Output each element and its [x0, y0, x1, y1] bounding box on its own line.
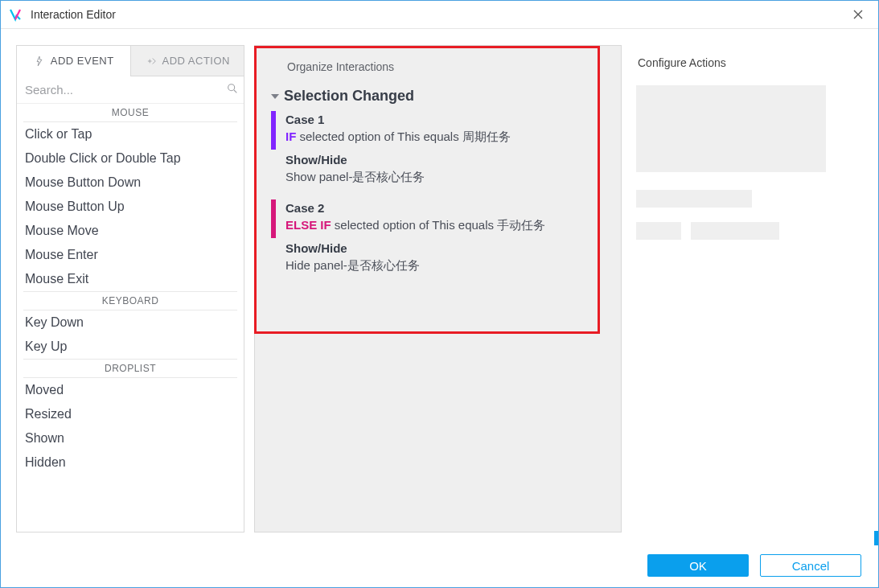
tab-add-event-label: ADD EVENT	[51, 55, 114, 67]
event-item[interactable]: Mouse Exit	[17, 267, 244, 291]
svg-line-1	[234, 90, 236, 93]
search-icon	[226, 82, 239, 98]
interactions-panel: Organize Interactions Selection Changed …	[254, 45, 622, 532]
configure-panel: Configure Actions	[631, 45, 863, 532]
event-group-header: KEYBOARD	[23, 291, 237, 310]
lightning-icon	[33, 55, 46, 68]
event-item[interactable]: Mouse Enter	[17, 243, 244, 267]
config-placeholder-small	[636, 222, 681, 240]
event-list[interactable]: MOUSEClick or TapDouble Click or Double …	[17, 104, 244, 532]
case-color-bar	[271, 199, 276, 238]
config-placeholder-medium	[691, 222, 779, 240]
search-input[interactable]	[17, 76, 244, 103]
action-detail: Hide panel-是否核心任务	[271, 257, 605, 282]
configure-heading: Configure Actions	[631, 51, 863, 85]
event-item[interactable]: Mouse Button Up	[17, 195, 244, 219]
tab-add-event[interactable]: ADD EVENT	[17, 46, 130, 76]
tab-add-action[interactable]: ADD ACTION	[130, 46, 244, 76]
action-title[interactable]: Show/Hide	[271, 240, 605, 257]
case-condition: ELSE IF selected option of This equals 手…	[285, 216, 605, 240]
case-condition: IF selected option of This equals 周期任务	[285, 128, 605, 151]
event-item[interactable]: Moved	[17, 378, 244, 402]
events-panel: ADD EVENT ADD ACTION MOUSEClick or TapDo…	[16, 45, 244, 532]
decorative-edge	[874, 531, 879, 545]
event-item[interactable]: Shown	[17, 426, 244, 450]
config-placeholder-wide	[636, 190, 752, 208]
organize-interactions-heading: Organize Interactions	[271, 54, 605, 88]
condition-keyword: IF	[285, 130, 300, 143]
caret-down-icon	[271, 94, 279, 99]
case-block[interactable]: Case 2ELSE IF selected option of This eq…	[271, 199, 605, 240]
titlebar: Interaction Editor	[0, 0, 879, 29]
event-group-header: DROPLIST	[23, 359, 237, 378]
action-title[interactable]: Show/Hide	[271, 151, 605, 168]
interaction-event-title[interactable]: Selection Changed	[271, 88, 605, 105]
svg-point-0	[228, 84, 235, 90]
window-title: Interaction Editor	[31, 8, 116, 21]
ok-button[interactable]: OK	[647, 554, 749, 577]
event-group-header: MOUSE	[23, 104, 237, 122]
case-title: Case 1	[285, 111, 605, 128]
event-name: Selection Changed	[284, 88, 414, 105]
event-item[interactable]: Mouse Button Down	[17, 171, 244, 195]
event-item[interactable]: Double Click or Double Tap	[17, 146, 244, 171]
app-logo-icon	[8, 7, 23, 22]
tab-add-action-label: ADD ACTION	[162, 55, 230, 67]
dialog-footer: OK Cancel	[647, 554, 861, 577]
event-item[interactable]: Hidden	[17, 450, 244, 475]
event-item[interactable]: Key Up	[17, 335, 244, 359]
event-item[interactable]: Key Down	[17, 310, 244, 335]
condition-keyword: ELSE IF	[285, 218, 335, 232]
close-button[interactable]	[847, 3, 869, 26]
search-row	[17, 76, 244, 104]
event-item[interactable]: Mouse Move	[17, 219, 244, 243]
action-detail: Show panel-是否核心任务	[271, 168, 605, 193]
event-item[interactable]: Resized	[17, 402, 244, 426]
sparkle-icon	[145, 55, 158, 68]
case-color-bar	[271, 111, 276, 150]
config-placeholder-large	[636, 85, 826, 172]
cancel-button[interactable]: Cancel	[760, 554, 861, 577]
event-item[interactable]: Click or Tap	[17, 122, 244, 146]
case-block[interactable]: Case 1IF selected option of This equals …	[271, 111, 605, 151]
case-title: Case 2	[285, 199, 605, 216]
